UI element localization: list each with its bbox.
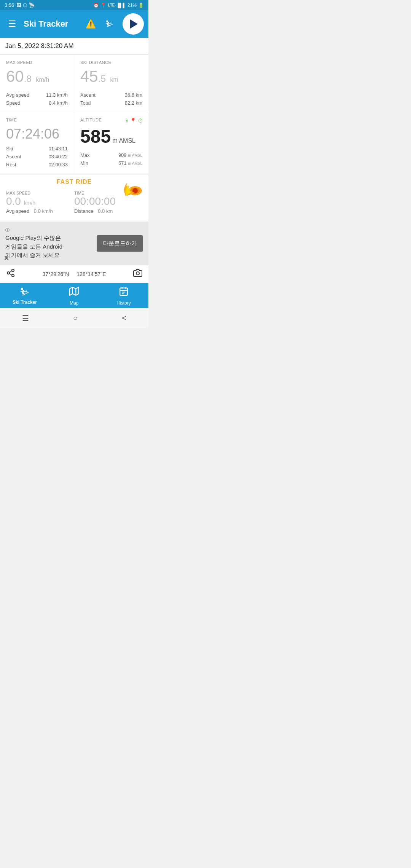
android-menu-button[interactable]: ☰ — [13, 312, 38, 324]
ad-text: Google Play의 수많은 게임들을 모든 Android 기기에서 즐겨… — [5, 234, 62, 260]
max-speed-big: 60 — [6, 67, 24, 85]
fr-avg-speed-sub: Avg speed 0.0 km/h — [6, 208, 74, 214]
nav-history-label: History — [116, 300, 131, 306]
ad-info-icon: ⓘ — [5, 227, 62, 233]
ad-text-block: ⓘ Google Play의 수많은 게임들을 모든 Android 기기에서 … — [5, 227, 62, 260]
fr-distance-sub: Distance 0.0 km — [74, 208, 142, 214]
alt-max-label: Max — [80, 152, 90, 158]
nav-map-icon — [69, 286, 79, 299]
ski-distance-big: 45 — [80, 67, 98, 85]
nav-item-map[interactable]: Map — [49, 286, 99, 306]
stats-grid: MAX SPEED 60.8 km/h Avg speed 11.3 km/h … — [0, 55, 148, 174]
play-button[interactable] — [123, 13, 144, 35]
battery-icon: 🔋 — [138, 3, 144, 8]
ski-distance-label: SKI DISTANCE — [80, 60, 142, 65]
nav-item-ski-tracker[interactable]: ⛷ Ski Tracker — [0, 286, 49, 306]
clock-icon: ⏱ — [138, 118, 143, 124]
rest-time-row: Rest 02:00:33 — [6, 162, 68, 168]
status-right: ⏰ 📍 LTE ▐▌▌ 21% 🔋 — [93, 3, 144, 8]
fr-max-speed-label: MAX SPEED — [6, 191, 74, 195]
app-title: Ski Tracker — [24, 19, 79, 29]
camera-icon — [133, 270, 142, 279]
speed-row: Speed 0.4 km/h — [6, 100, 68, 106]
svg-point-3 — [134, 189, 137, 192]
bottom-nav: ⛷ Ski Tracker Map History — [0, 283, 148, 308]
nav-item-history[interactable]: History — [99, 286, 148, 306]
ad-download-button[interactable]: 다운로드하기 — [97, 235, 143, 252]
hamburger-icon: ☰ — [8, 19, 16, 29]
max-speed-decimal: .8 — [24, 73, 32, 84]
max-speed-value: 60.8 km/h — [6, 69, 68, 85]
ascent-label: Ascent — [80, 92, 96, 98]
altitude-unit: m AMSL — [113, 137, 135, 144]
speed-label: Speed — [6, 100, 21, 106]
total-dist-row: Total 82.2 km — [80, 100, 142, 106]
android-nav: ☰ ○ < — [0, 308, 148, 328]
ascent-time-row: Ascent 03:40:22 — [6, 154, 68, 160]
total-label: Total — [80, 100, 91, 106]
nav-ski-label: Ski Tracker — [13, 300, 37, 305]
ski-distance-value: 45.5 km — [80, 69, 142, 85]
time-card: TIME 07:24:06 Ski 01:43:11 Ascent 03:40:… — [0, 112, 74, 174]
ski-icon: ⛷ — [105, 19, 114, 29]
avg-speed-row: Avg speed 11.3 km/h — [6, 92, 68, 98]
menu-button[interactable]: ☰ — [5, 16, 20, 32]
ascent-time-label: Ascent — [6, 154, 21, 160]
ad-close-button[interactable]: ✕ — [4, 255, 9, 262]
svg-point-5 — [7, 272, 10, 274]
rest-time-label: Rest — [6, 162, 16, 168]
altitude-card: ⟫ 📍 ⏱ ALTITUDE 585 m AMSL Max 909 m AMSL… — [74, 112, 148, 174]
ski-distance-decimal: .5 — [98, 73, 106, 84]
status-left: 3:56 🖼 ⬡ 📡 — [5, 2, 35, 8]
altitude-big: 585 — [80, 126, 111, 147]
nav-map-label: Map — [70, 300, 78, 306]
nav-ski-icon: ⛷ — [20, 286, 30, 298]
max-speed-unit: km/h — [36, 77, 49, 83]
svg-point-6 — [12, 274, 14, 277]
android-back-button[interactable]: < — [113, 312, 135, 324]
warning-button[interactable]: ⚠️ — [83, 16, 98, 32]
camera-button[interactable] — [133, 268, 142, 280]
share-button[interactable] — [6, 268, 15, 280]
bottom-toolbar: 37°29'26"N 128°14'57"E — [0, 265, 148, 283]
avg-speed-label: Avg speed — [6, 92, 29, 98]
svg-line-8 — [10, 271, 12, 272]
max-speed-label: MAX SPEED — [6, 60, 68, 65]
coordinates: 37°29'26"N 128°14'57"E — [42, 271, 106, 277]
date-header: Jan 5, 2022 8:31:20 AM — [0, 38, 148, 55]
camera-svg — [133, 268, 142, 278]
alt-max-value: 909 m AMSL — [118, 152, 142, 158]
svg-marker-10 — [70, 287, 79, 295]
time-label: TIME — [6, 118, 68, 122]
alt-min-value: 571 m AMSL — [118, 160, 142, 166]
avg-speed-value: 11.3 km/h — [46, 92, 68, 98]
signal-icon: ▐▌▌ — [116, 3, 126, 8]
android-back-icon: < — [122, 314, 126, 322]
flame-svg — [114, 175, 145, 198]
ad-banner: ⓘ Google Play의 수많은 게임들을 모든 Android 기기에서 … — [0, 222, 148, 265]
ski-time-label: Ski — [6, 146, 13, 152]
ski-mode-button[interactable]: ⛷ — [102, 16, 117, 32]
svg-rect-13 — [120, 288, 127, 295]
gps-off-icon: ⟫ — [125, 118, 128, 124]
location-icon: 📍 — [100, 3, 106, 8]
max-speed-card: MAX SPEED 60.8 km/h Avg speed 11.3 km/h … — [0, 55, 74, 112]
altitude-value-block: 585 m AMSL — [80, 126, 142, 147]
share-svg — [6, 268, 15, 278]
ski-distance-card: SKI DISTANCE 45.5 km Ascent 36.6 km Tota… — [74, 55, 148, 112]
ski-distance-unit: km — [110, 77, 118, 83]
android-home-button[interactable]: ○ — [64, 312, 87, 324]
altitude-icons: ⟫ 📍 ⏱ — [125, 118, 143, 124]
pin-icon: 📍 — [130, 118, 136, 124]
fast-ride-label: FAST RIDE — [57, 179, 92, 185]
ascent-value: 36.6 km — [125, 92, 142, 98]
ski-time-value: 01:43:11 — [48, 146, 68, 152]
lte-label: LTE — [108, 3, 115, 7]
warning-icon: ⚠️ — [86, 19, 96, 29]
alt-min-label: Min — [80, 160, 88, 166]
ascent-time-value: 03:40:22 — [48, 154, 68, 160]
share-icon — [6, 270, 15, 279]
status-time: 3:56 — [5, 2, 14, 8]
alt-min-row: Min 571 m AMSL — [80, 160, 142, 166]
fast-ride-section: FAST RIDE MAX SPEED 0.0 km/h Avg speed 0… — [0, 175, 148, 222]
